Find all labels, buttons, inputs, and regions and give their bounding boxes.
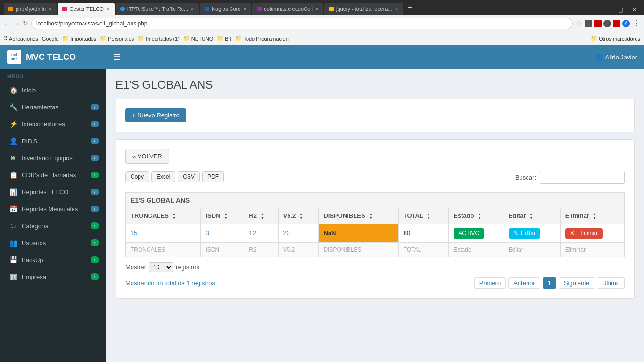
tab-columnas[interactable]: columnas.creadoCell ✕	[252, 3, 323, 15]
new-record-button[interactable]: + Nuevo Registro	[125, 108, 186, 122]
sort-estado[interactable]: ▲▼	[478, 213, 481, 220]
sidebar-item-label-usuarios: Usuarios	[22, 239, 91, 247]
tab-favicon-gestor	[62, 7, 67, 11]
footer-r2: R2	[244, 242, 278, 257]
excel-button[interactable]: Excel	[151, 171, 175, 182]
minimize-button[interactable]: ─	[602, 5, 613, 15]
sort-r2[interactable]: ▲▼	[261, 213, 264, 220]
sort-troncales[interactable]: ▲▼	[173, 213, 176, 220]
dids-icon: 👤	[8, 137, 18, 145]
sidebar-item-label-inicio: Inicio	[22, 87, 99, 94]
sidebar-badge-interconexiones: ‹	[91, 121, 99, 127]
bookmark-personales[interactable]: 📁 Personales	[100, 35, 134, 41]
sidebar-item-inicio[interactable]: 🏠 Inicio	[0, 82, 106, 99]
sidebar-item-categoria[interactable]: 🗂 Categoría ›	[0, 217, 106, 234]
back-button[interactable]: ←	[4, 20, 10, 27]
page-title: E1'S GLOBAL ANS	[116, 78, 635, 91]
col-r2: R2 ▲▼	[244, 208, 278, 224]
maximize-button[interactable]: ▢	[614, 5, 627, 15]
tab-itp[interactable]: ITPTelSuite™: Traffic Re... ✕	[116, 3, 199, 15]
sidebar-item-label-empresa: Empresa	[22, 273, 91, 280]
tab-favicon-jquery	[329, 7, 334, 11]
tab-close-itp[interactable]: ✕	[190, 7, 194, 12]
cell-v52: 23	[278, 224, 319, 242]
reload-button[interactable]: ↻	[23, 20, 28, 27]
sidebar-item-inventario[interactable]: 🖥 Inventario Equipos ‹	[0, 149, 106, 166]
copy-button[interactable]: Copy	[125, 171, 149, 182]
pagination-page[interactable]: 1	[543, 277, 556, 289]
back-button-main[interactable]: « VOLVER	[125, 149, 169, 164]
tab-nagios[interactable]: Nagios Core ✕	[200, 3, 251, 15]
pagination-prev[interactable]: Anterior	[508, 277, 540, 289]
sidebar-item-label-interconexiones: Interconexiones	[22, 121, 91, 128]
bookmark-bt[interactable]: 📁 BT	[217, 35, 231, 41]
editar-button[interactable]: ✎ Editar	[509, 228, 540, 239]
footer-v52: V5.2	[278, 242, 319, 257]
nav-toggle-button[interactable]: ☰	[113, 52, 121, 62]
bookmark-apps[interactable]: ⠿ Aplicaciones	[4, 35, 38, 41]
sidebar-item-cdrs[interactable]: 📋 CDR's de Llamadas ›	[0, 166, 106, 183]
col-troncales: TRONCALES ▲▼	[126, 208, 201, 224]
cell-r2: 12	[244, 224, 278, 242]
tab-close-gestor[interactable]: ✕	[106, 7, 110, 12]
table-row: 15 3 12 23 NaN 80 ACTIVO ✎	[126, 224, 625, 242]
sidebar-item-herramientas[interactable]: 🔧 Herramientas ‹	[0, 99, 106, 115]
backup-icon: 💾	[8, 256, 18, 263]
footer-total: TOTAL	[398, 242, 449, 257]
show-select[interactable]: 10 25 50 100	[149, 262, 173, 272]
sort-v52[interactable]: ▲▼	[299, 213, 303, 220]
sidebar-item-empresa[interactable]: 🏢 Empresa ›	[0, 268, 106, 285]
tab-close-columnas[interactable]: ✕	[315, 7, 319, 12]
sort-eliminar[interactable]: ▲▼	[593, 213, 597, 220]
forward-button[interactable]: →	[13, 20, 20, 27]
sidebar-item-interconexiones[interactable]: ⚡ Interconexiones ‹	[0, 115, 106, 132]
search-input[interactable]	[540, 171, 625, 184]
tab-close-jquery[interactable]: ✕	[395, 7, 398, 12]
pdf-button[interactable]: PDF	[202, 171, 224, 182]
sidebar-item-backup[interactable]: 💾 BackUp ›	[0, 251, 106, 268]
new-tab-button[interactable]: +	[404, 3, 416, 12]
footer-eliminar: Eliminar	[560, 242, 624, 257]
sidebar-item-label-backup: BackUp	[22, 256, 91, 263]
browser-menu-button[interactable]: ⋮	[633, 19, 640, 28]
tab-label-phpmyadmin: phpMyAdmin	[16, 6, 46, 12]
tab-jquery[interactable]: jquery - totalizar opera... ✕	[324, 3, 403, 15]
csv-button[interactable]: CSV	[178, 171, 200, 182]
bookmark-google[interactable]: Google	[42, 36, 58, 41]
sort-total[interactable]: ▲▼	[427, 213, 430, 220]
tab-phpmyadmin[interactable]: phpMyAdmin ✕	[4, 3, 57, 15]
sidebar-item-label-cdrs: CDR's de Llamadas	[22, 172, 91, 179]
bookmark-todo[interactable]: 📁 Todo Programacion	[235, 35, 288, 41]
bookmark-netuno[interactable]: 📁 NETUNO	[183, 35, 213, 41]
tab-close-nagios[interactable]: ✕	[243, 7, 247, 12]
data-table: E1'S GLOBAL ANS TRONCALES ▲▼ ISDN ▲▼	[125, 192, 625, 257]
bookmark-star[interactable]: ☆	[576, 20, 582, 27]
sidebar: netuno MVC TELCO MENU 🏠 Inicio 🔧 Herrami…	[0, 45, 106, 362]
cell-isdn: 3	[201, 224, 244, 242]
pagination-last[interactable]: Último	[597, 277, 625, 289]
bookmark-otros[interactable]: 📁 Otros marcadores	[591, 35, 640, 41]
sidebar-badge-empresa: ›	[91, 273, 99, 280]
tab-gestor[interactable]: Gestor TELCO ✕	[58, 3, 115, 15]
sidebar-item-label-inventario: Inventario Equipos	[22, 155, 91, 162]
close-browser-button[interactable]: ✕	[628, 5, 640, 15]
edit-icon: ✎	[513, 230, 518, 237]
reportes-telco-icon: 📊	[8, 188, 18, 196]
pagination-next[interactable]: Siguiente	[559, 277, 594, 289]
bookmark-importados[interactable]: 📁 Importados	[62, 35, 96, 41]
tab-close-phpmyadmin[interactable]: ✕	[48, 7, 52, 12]
sort-disponibles[interactable]: ▲▼	[369, 213, 372, 220]
sidebar-item-reportes-telco[interactable]: 📊 Reportes TELCO ‹	[0, 183, 106, 200]
sidebar-item-dids[interactable]: 👤 DID'S ‹	[0, 132, 106, 149]
estado-button[interactable]: ACTIVO	[454, 228, 484, 239]
sort-isdn[interactable]: ▲▼	[224, 213, 228, 220]
sidebar-item-reportes-mensuales[interactable]: 📅 Reportes Mensuales ‹	[0, 200, 106, 217]
sort-editar[interactable]: ▲▼	[529, 213, 533, 220]
sidebar-item-label-categoria: Categoría	[22, 222, 91, 230]
bookmark-importados1[interactable]: 📁 Importados (1)	[138, 35, 180, 41]
pagination-first[interactable]: Primero	[474, 277, 506, 289]
cell-estado: ACTIVO	[449, 224, 504, 242]
sidebar-badge-herramientas: ‹	[91, 104, 99, 110]
sidebar-item-usuarios[interactable]: 👥 Usuarios ›	[0, 234, 106, 251]
eliminar-button[interactable]: ✕ Eliminar	[565, 228, 603, 239]
